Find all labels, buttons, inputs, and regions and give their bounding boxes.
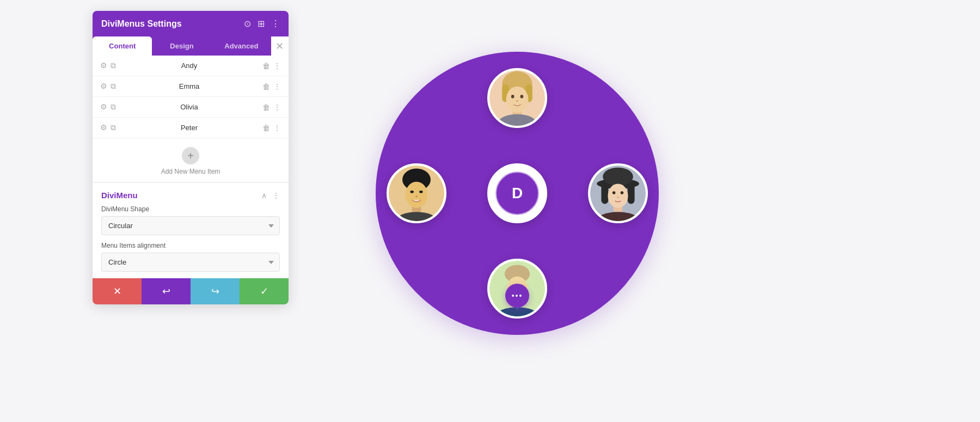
gear-icon[interactable]: ⚙ xyxy=(100,61,107,70)
menu-item-row: ⚙ ⧉ Emma 🗑 ⋮ xyxy=(93,76,289,97)
d-logo-inner: D xyxy=(495,172,539,215)
add-new-button[interactable]: + Add New Menu Item xyxy=(93,138,289,182)
collapse-icon[interactable]: ∧ xyxy=(261,191,267,200)
divimenu-section-header: DiviMenu ∧ ⋮ xyxy=(93,183,289,205)
panel-header-icons: ⊙ ⊞ ⋮ xyxy=(244,19,280,29)
svg-rect-22 xyxy=(628,184,635,204)
menu-item-row: ⚙ ⧉ Olivia 🗑 ⋮ xyxy=(93,97,289,118)
more-options-icon[interactable]: ⋮ xyxy=(273,103,281,112)
preview-area: D xyxy=(327,16,708,370)
panel-header: DiviMenus Settings ⊙ ⊞ ⋮ xyxy=(93,11,289,36)
alignment-select[interactable]: Circle Grid List xyxy=(101,253,280,272)
section-more-icon[interactable]: ⋮ xyxy=(272,191,280,200)
trigger-button[interactable]: ••• xyxy=(505,284,529,308)
delete-icon[interactable]: 🗑 xyxy=(262,103,270,112)
svg-point-20 xyxy=(603,168,633,186)
item-right-icons: 🗑 ⋮ xyxy=(262,62,281,70)
avatar-center-logo[interactable]: D xyxy=(487,163,547,223)
close-button[interactable]: ✕ xyxy=(271,36,289,56)
item-left-icons: ⚙ ⧉ xyxy=(100,123,116,132)
item-right-icons: 🗑 ⋮ xyxy=(262,103,281,112)
svg-point-25 xyxy=(612,191,616,194)
delete-icon[interactable]: 🗑 xyxy=(262,62,270,70)
columns-icon[interactable]: ⊞ xyxy=(258,19,265,29)
svg-point-27 xyxy=(617,197,619,198)
item-name-peter: Peter xyxy=(119,124,259,132)
svg-rect-21 xyxy=(601,184,608,204)
add-circle-icon: + xyxy=(182,147,199,164)
gear-icon[interactable]: ⚙ xyxy=(100,123,107,132)
delete-icon[interactable]: 🗑 xyxy=(262,124,270,132)
more-options-icon[interactable]: ⋮ xyxy=(273,82,281,91)
more-options-icon[interactable]: ⋮ xyxy=(273,62,281,70)
gear-icon[interactable]: ⚙ xyxy=(100,82,107,91)
svg-point-13 xyxy=(406,182,428,208)
shape-field-group: DiviMenu Shape Circular Square Rectangle xyxy=(93,205,289,242)
tab-advanced[interactable]: Advanced xyxy=(212,36,271,56)
panel-title: DiviMenus Settings xyxy=(101,19,182,29)
item-right-icons: 🗑 ⋮ xyxy=(262,124,281,132)
svg-point-16 xyxy=(415,195,418,197)
svg-point-24 xyxy=(608,184,628,208)
avatar-andy[interactable] xyxy=(487,68,547,128)
copy-icon[interactable]: ⧉ xyxy=(111,123,116,132)
more-icon[interactable]: ⋮ xyxy=(271,19,280,29)
save-button[interactable]: ✓ xyxy=(240,278,289,304)
tab-content[interactable]: Content xyxy=(93,36,152,56)
settings-panel: DiviMenus Settings ⊙ ⊞ ⋮ Content Design … xyxy=(93,11,289,304)
d-logo: D xyxy=(489,166,545,221)
item-right-icons: 🗑 ⋮ xyxy=(262,82,281,91)
cancel-button[interactable]: ✕ xyxy=(93,278,142,304)
avatar-emma[interactable] xyxy=(387,163,446,223)
trigger-dots: ••• xyxy=(512,291,523,300)
delete-icon[interactable]: 🗑 xyxy=(262,82,270,91)
gear-icon[interactable]: ⚙ xyxy=(100,102,107,112)
focus-icon[interactable]: ⊙ xyxy=(244,19,251,29)
alignment-field-group: Menu Items alignment Circle Grid List xyxy=(93,242,289,278)
panel-body: ⚙ ⧉ Andy 🗑 ⋮ ⚙ ⧉ Emma 🗑 ⋮ ⚙ ⧉ xyxy=(93,56,289,278)
copy-icon[interactable]: ⧉ xyxy=(111,102,116,112)
section-header-controls: ∧ ⋮ xyxy=(261,191,280,200)
svg-point-8 xyxy=(516,100,518,102)
undo-button[interactable]: ↩ xyxy=(142,278,191,304)
item-left-icons: ⚙ ⧉ xyxy=(100,61,116,70)
item-name-olivia: Olivia xyxy=(119,103,259,111)
d-letter: D xyxy=(512,185,523,202)
panel-actions: ✕ ↩ ↪ ✓ xyxy=(93,278,289,304)
tab-design[interactable]: Design xyxy=(152,36,211,56)
svg-point-14 xyxy=(410,191,413,193)
item-left-icons: ⚙ ⧉ xyxy=(100,102,116,112)
panel-tabs: Content Design Advanced ✕ xyxy=(93,36,289,56)
menu-item-row: ⚙ ⧉ Andy 🗑 ⋮ xyxy=(93,56,289,76)
more-options-icon[interactable]: ⋮ xyxy=(273,124,281,132)
svg-point-15 xyxy=(419,191,422,193)
shape-label: DiviMenu Shape xyxy=(101,205,280,213)
item-name-emma: Emma xyxy=(119,82,259,90)
copy-icon[interactable]: ⧉ xyxy=(111,61,116,70)
alignment-label: Menu Items alignment xyxy=(101,242,280,249)
redo-button[interactable]: ↪ xyxy=(191,278,240,304)
item-left-icons: ⚙ ⧉ xyxy=(100,82,116,91)
avatar-olivia[interactable] xyxy=(588,163,648,223)
copy-icon[interactable]: ⧉ xyxy=(111,82,116,91)
svg-point-5 xyxy=(506,87,529,113)
shape-select[interactable]: Circular Square Rectangle xyxy=(101,216,280,235)
menu-item-row: ⚙ ⧉ Peter 🗑 ⋮ xyxy=(93,118,289,138)
item-name-andy: Andy xyxy=(119,62,259,70)
svg-point-7 xyxy=(520,95,524,98)
svg-point-26 xyxy=(621,191,624,194)
section-title: DiviMenu xyxy=(101,191,138,200)
svg-point-6 xyxy=(511,95,514,98)
add-new-label: Add New Menu Item xyxy=(161,168,220,175)
